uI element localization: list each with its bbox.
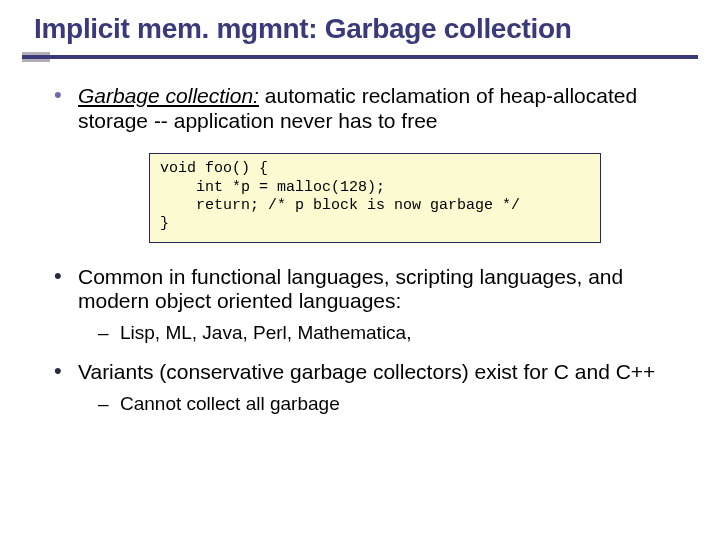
bullet-list: Garbage collection: automatic reclamatio…: [48, 84, 672, 416]
bullet-2-text: Common in functional languages, scriptin…: [78, 265, 623, 313]
rule-bar: [22, 55, 698, 59]
bullet-3-sub: Cannot collect all garbage: [98, 393, 672, 415]
bullet-2: Common in functional languages, scriptin…: [48, 265, 672, 345]
slide-title: Implicit mem. mgmnt: Garbage collection: [34, 14, 720, 45]
title-area: Implicit mem. mgmnt: Garbage collection: [0, 0, 720, 45]
slide: Implicit mem. mgmnt: Garbage collection …: [0, 0, 720, 540]
title-rule: [22, 55, 698, 62]
bullet-1-term: Garbage collection:: [78, 84, 259, 107]
bullet-1: Garbage collection: automatic reclamatio…: [48, 84, 672, 243]
bullet-2-sub: Lisp, ML, Java, Perl, Mathematica,: [98, 322, 672, 344]
bullet-3-sublist: Cannot collect all garbage: [78, 393, 672, 415]
bullet-3: Variants (conservative garbage collector…: [48, 360, 672, 415]
bullet-3-text: Variants (conservative garbage collector…: [78, 360, 655, 383]
bullet-2-sublist: Lisp, ML, Java, Perl, Mathematica,: [78, 322, 672, 344]
code-block: void foo() { int *p = malloc(128); retur…: [149, 153, 601, 242]
slide-body: Garbage collection: automatic reclamatio…: [0, 62, 720, 416]
